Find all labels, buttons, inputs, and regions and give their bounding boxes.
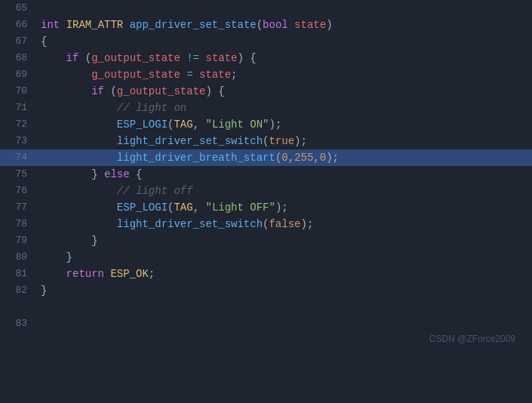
line-content-69: g_output_state = state; [38, 66, 532, 83]
line-content-80: } [38, 249, 532, 266]
line-num-67: 67 [0, 33, 38, 50]
line-content-70: if (g_output_state) { [38, 83, 532, 100]
line-content-68: if (g_output_state != state) { [38, 50, 532, 66]
watermark: CSDN @ZForce2009 [429, 326, 524, 347]
line-num-70: 70 [0, 83, 38, 100]
line-num-79: 79 [0, 232, 38, 249]
line-content-67: { [38, 33, 532, 50]
line-num-76: 76 [0, 183, 38, 199]
line-content-77: ESP_LOGI(TAG, "Light OFF"); [38, 199, 532, 216]
code-line-72: 72 ESP_LOGI(TAG, "Light ON"); [0, 116, 532, 133]
line-num-75: 75 [0, 166, 38, 183]
line-content-71: // light on [38, 100, 532, 116]
line-content-76: // light off [38, 183, 532, 199]
code-line-71: 71 // light on [0, 100, 532, 116]
code-line-69: 69 g_output_state = state; [0, 66, 532, 83]
line-content-75: } else { [38, 166, 532, 183]
code-line-83: 83 CSDN @ZForce2009 [0, 299, 532, 349]
code-line-77: 77 ESP_LOGI(TAG, "Light OFF"); [0, 199, 532, 216]
code-line-68: 68 if (g_output_state != state) { [0, 50, 532, 66]
code-viewer: 65 66 int IRAM_ATTR app_driver_set_state… [0, 0, 532, 403]
line-content-73: light_driver_set_switch(true); [38, 133, 532, 149]
code-line-74: 74 light_driver_breath_start(0,255,0); [0, 149, 532, 166]
code-line-79: 79 } [0, 232, 532, 249]
line-content-66: int IRAM_ATTR app_driver_set_state(bool … [38, 17, 532, 33]
line-num-71: 71 [0, 100, 38, 116]
line-content-74: light_driver_breath_start(0,255,0); [38, 149, 532, 166]
line-num-80: 80 [0, 249, 38, 266]
code-line-80: 80 } [0, 249, 532, 266]
line-num-77: 77 [0, 199, 38, 216]
code-line-81: 81 return ESP_OK; [0, 266, 532, 282]
code-line-67: 67 { [0, 33, 532, 50]
line-content-82: } [38, 282, 532, 299]
line-num-83: 83 [0, 315, 38, 332]
line-num-66: 66 [0, 17, 38, 33]
code-line-65: 65 [0, 0, 532, 17]
code-line-82: 82 } [0, 282, 532, 299]
line-content-79: } [38, 232, 532, 249]
line-num-73: 73 [0, 133, 38, 149]
line-num-72: 72 [0, 116, 38, 133]
code-line-76: 76 // light off [0, 183, 532, 199]
code-line-78: 78 light_driver_set_switch(false); [0, 216, 532, 232]
line-num-68: 68 [0, 50, 38, 66]
code-line-70: 70 if (g_output_state) { [0, 83, 532, 100]
line-num-74: 74 [0, 149, 38, 166]
line-num-69: 69 [0, 66, 38, 83]
line-num-81: 81 [0, 266, 38, 282]
line-content-81: return ESP_OK; [38, 266, 532, 282]
line-content-78: light_driver_set_switch(false); [38, 216, 532, 232]
code-line-73: 73 light_driver_set_switch(true); [0, 133, 532, 149]
code-line-66: 66 int IRAM_ATTR app_driver_set_state(bo… [0, 17, 532, 33]
line-num-82: 82 [0, 282, 38, 299]
line-content-83: CSDN @ZForce2009 [38, 299, 532, 349]
line-content-72: ESP_LOGI(TAG, "Light ON"); [38, 116, 532, 133]
code-line-75: 75 } else { [0, 166, 532, 183]
line-num-78: 78 [0, 216, 38, 232]
line-num-65: 65 [0, 0, 38, 17]
